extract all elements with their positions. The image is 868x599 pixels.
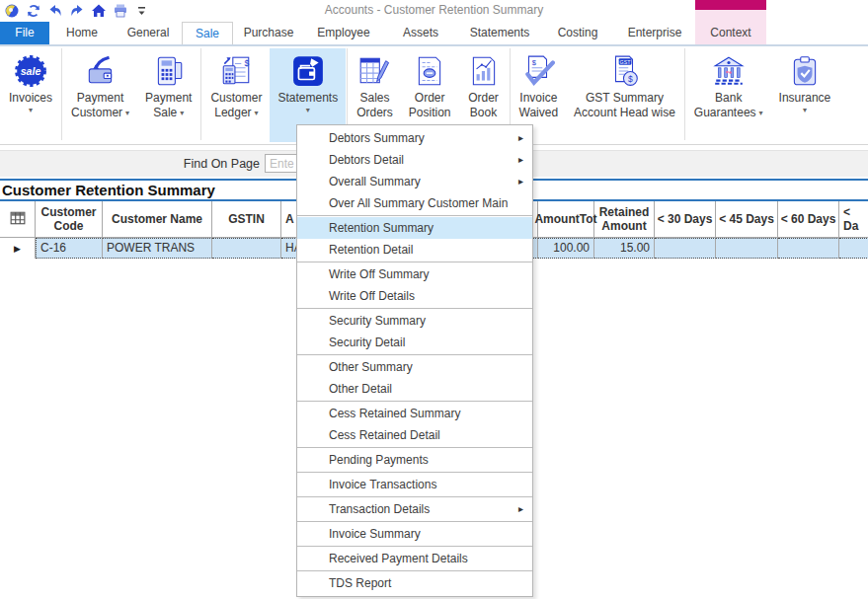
menu-item-invoice-summary[interactable]: Invoice Summary: [297, 523, 532, 545]
ribbon-button-label: OrderPosition: [409, 91, 451, 120]
menu-item-transaction-details[interactable]: Transaction Details▸: [297, 498, 532, 520]
cell-gstin: [212, 238, 281, 259]
column-header-retained-amount[interactable]: Retained Amount: [594, 201, 655, 237]
menu-separator: [297, 546, 532, 547]
cell-60-days: [778, 238, 839, 259]
ribbon-button-insurance[interactable]: Insurance▾: [771, 48, 839, 142]
menu-item-label: Cess Retained Summary: [329, 407, 460, 420]
ribbon-icon-holder: sale: [14, 54, 47, 88]
tab-file[interactable]: File: [0, 22, 49, 44]
qat-undo-button[interactable]: [46, 3, 63, 20]
dropdown-caret-icon: ▾: [180, 109, 184, 117]
menu-item-debtors-summary[interactable]: Debtors Summary▸: [297, 127, 532, 149]
tab-label: Statements: [470, 26, 530, 39]
menu-item-other-detail[interactable]: Other Detail: [297, 378, 532, 400]
qat-print-button[interactable]: [112, 3, 128, 20]
refresh-icon: [26, 3, 41, 19]
tab-statements[interactable]: Statements: [458, 22, 541, 44]
dropdown-caret-icon: ▾: [779, 106, 831, 114]
menu-item-label: Overall Summary: [329, 175, 421, 188]
menu-item-cess-retained-detail[interactable]: Cess Retained Detail: [297, 424, 532, 446]
qat-more-button[interactable]: [133, 3, 150, 20]
svg-text:sale: sale: [21, 65, 41, 77]
tab-label: Employee: [317, 26, 369, 39]
ribbon-icon-holder: [413, 54, 446, 88]
tab-sale[interactable]: Sale: [182, 22, 233, 44]
tab-label: File: [15, 26, 34, 39]
column-header-60-days[interactable]: < 60 Days: [778, 201, 839, 237]
tab-general[interactable]: General: [115, 22, 182, 44]
column-header-customer-name[interactable]: Customer Name: [103, 201, 212, 237]
ribbon-button-payment-customer[interactable]: PaymentCustomer▾: [63, 48, 137, 142]
ribbon-button-customer-ledger[interactable]: $CustomerLedger▾: [202, 48, 270, 142]
print-icon: [113, 3, 128, 19]
row-selector-header[interactable]: [0, 201, 36, 237]
cell-customer-name: POWER TRANS: [103, 238, 212, 259]
qat-home-button[interactable]: [90, 3, 107, 20]
qat-refresh-button[interactable]: [25, 3, 41, 20]
ledger-calculator-icon: $: [219, 54, 253, 88]
grid-selector-icon: [10, 210, 26, 229]
column-header-30-days[interactable]: < 30 Days: [655, 201, 716, 237]
column-header-45-days[interactable]: < 45 Days: [716, 201, 778, 237]
tab-employee[interactable]: Employee: [304, 22, 383, 44]
ribbon-icon-holder: $: [219, 54, 253, 88]
menu-item-label: Invoice Transactions: [329, 478, 436, 491]
qat-redo-button[interactable]: [68, 3, 85, 20]
column-header-gstin[interactable]: GSTIN: [212, 201, 281, 237]
tab-purchase[interactable]: Purchase: [233, 22, 304, 44]
ribbon-icon-holder: $: [521, 54, 555, 88]
ribbon-button-payment-sale[interactable]: PaymentSale▾: [137, 48, 199, 142]
contextual-tab-flag-extension: [695, 10, 766, 22]
tab-assets[interactable]: Assets: [383, 22, 458, 44]
ribbon-button-gst-summary-account-head-wise[interactable]: GST$GST SummaryAccount Head wise: [566, 48, 683, 142]
ribbon-group: BankGuarantees▾Insurance▾: [685, 48, 839, 140]
submenu-arrow-icon: ▸: [518, 127, 523, 149]
menu-item-security-detail[interactable]: Security Detail: [297, 332, 532, 353]
tab-enterprise[interactable]: Enterprise: [614, 22, 695, 44]
contextual-tab-flag: [695, 0, 766, 10]
menu-item-received-payment-details[interactable]: Received Payment Details: [297, 548, 532, 569]
ribbon-button-invoices[interactable]: saleInvoices▾: [1, 48, 60, 142]
dropdown-caret-icon: ▾: [759, 109, 763, 117]
tab-context[interactable]: Context: [695, 22, 766, 44]
menu-item-label: Security Summary: [329, 314, 426, 328]
column-header-da[interactable]: < Da: [839, 201, 868, 237]
menu-item-over-all-summary-customer-main[interactable]: Over All Summary Customer Main: [297, 192, 532, 214]
sale-badge-icon: sale: [14, 54, 47, 88]
tab-home[interactable]: Home: [49, 22, 115, 44]
menu-item-cess-retained-summary[interactable]: Cess Retained Summary: [297, 403, 532, 424]
menu-separator: [297, 354, 532, 355]
menu-item-other-summary[interactable]: Other Summary: [297, 356, 532, 378]
menu-item-pending-payments[interactable]: Pending Payments: [297, 449, 532, 471]
tab-label: Sale: [196, 27, 219, 40]
qat-app-button[interactable]: [3, 3, 20, 20]
column-header-amounttot[interactable]: AmountTot: [538, 201, 594, 237]
ribbon-button-bank-guarantees[interactable]: BankGuarantees▾: [686, 48, 771, 142]
menu-separator: [297, 472, 532, 473]
menu-item-overall-summary[interactable]: Overall Summary▸: [297, 171, 532, 192]
menu-item-label: TDS Report: [329, 576, 391, 590]
menu-item-security-summary[interactable]: Security Summary: [297, 310, 532, 332]
menu-item-tds-report[interactable]: TDS Report: [297, 572, 532, 594]
menu-separator: [297, 308, 532, 309]
ribbon-button-label: Invoices▾: [9, 91, 52, 114]
column-header-customer-code[interactable]: Customer Code: [36, 201, 103, 237]
tab-costing[interactable]: Costing: [541, 22, 614, 44]
submenu-arrow-icon: ▸: [518, 171, 523, 192]
menu-item-retention-detail[interactable]: Retention Detail: [297, 239, 532, 261]
menu-item-label: Received Payment Details: [329, 552, 468, 565]
tab-label: Home: [66, 26, 98, 39]
menu-item-write-off-summary[interactable]: Write Off Summary: [297, 263, 532, 285]
row-expand-arrow[interactable]: ▶: [0, 238, 36, 259]
cell-customer-code: C-16: [36, 238, 103, 259]
menu-item-debtors-detail[interactable]: Debtors Detail▸: [297, 149, 532, 171]
menu-item-invoice-transactions[interactable]: Invoice Transactions: [297, 474, 532, 495]
ribbon-icon-holder: [84, 54, 118, 88]
menu-item-write-off-details[interactable]: Write Off Details: [297, 285, 532, 307]
menu-item-retention-summary[interactable]: Retention Summary: [297, 217, 532, 239]
menu-item-label: Write Off Details: [329, 289, 415, 303]
cell-30-days: [655, 238, 716, 259]
home-icon: [91, 3, 107, 19]
dropdown-caret-icon: ▾: [277, 106, 338, 114]
